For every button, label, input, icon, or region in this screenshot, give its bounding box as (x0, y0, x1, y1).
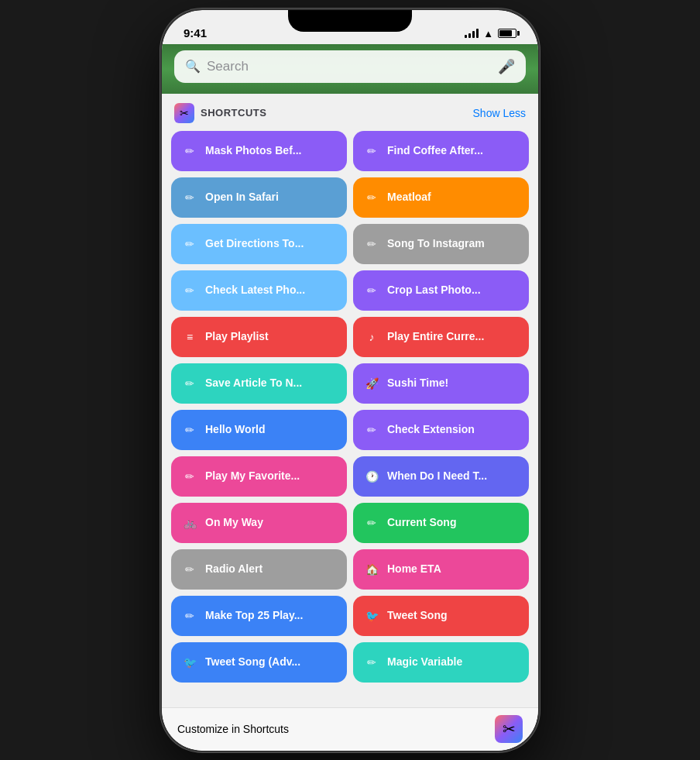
shortcut-icon-22: 🐦 (362, 607, 381, 625)
shortcut-label-16: When Do I Need T... (387, 469, 487, 483)
shortcut-label-6: Song To Instagram (387, 237, 485, 250)
shortcut-label-23: Tweet Song (Adv... (205, 655, 300, 669)
search-bar[interactable]: 🔍 Search 🎤 (174, 50, 526, 83)
show-less-button[interactable]: Show Less (473, 107, 526, 119)
wifi-icon: ▲ (483, 28, 493, 40)
shortcut-label-18: Current Song (387, 516, 456, 529)
shortcut-button-3[interactable]: ✏Open In Safari (171, 177, 347, 218)
battery-icon (498, 29, 516, 38)
shortcut-icon-10: ♪ (362, 328, 381, 346)
shortcut-label-19: Radio Alert (205, 562, 262, 576)
shortcut-icon-3: ✏ (180, 188, 199, 207)
signal-icon (465, 29, 479, 38)
shortcut-button-7[interactable]: ✏Check Latest Pho... (171, 270, 347, 311)
scroll-area[interactable]: ✂ SHORTCUTS Show Less ✏Mask Photos Bef..… (162, 94, 538, 707)
status-time: 9:41 (184, 26, 207, 40)
shortcut-button-9[interactable]: ≡Play Playlist (171, 317, 347, 357)
shortcut-label-21: Make Top 25 Play... (205, 609, 303, 622)
shortcuts-grid: ✏Mask Photos Bef...✏Find Coffee After...… (162, 131, 538, 692)
shortcut-label-3: Open In Safari (205, 191, 279, 204)
shortcut-icon-6: ✏ (362, 235, 381, 253)
shortcut-icon-20: 🏠 (362, 560, 381, 579)
shortcut-button-1[interactable]: ✏Mask Photos Bef... (171, 131, 347, 171)
shortcut-label-12: Sushi Time! (387, 377, 448, 390)
shortcut-icon-8: ✏ (362, 281, 381, 300)
shortcut-icon-2: ✏ (362, 142, 381, 160)
notch (288, 10, 412, 32)
shortcut-icon-16: 🕐 (362, 467, 381, 486)
shortcut-button-2[interactable]: ✏Find Coffee After... (353, 131, 529, 171)
search-input[interactable]: Search (207, 59, 492, 74)
shortcut-label-15: Play My Favorite... (205, 469, 300, 483)
shortcuts-app-icon-header: ✂ (174, 103, 194, 123)
shortcut-icon-12: 🚀 (362, 374, 381, 393)
bottom-bar: Customize in Shortcuts ✂ (162, 707, 538, 751)
shortcut-icon-24: ✏ (362, 653, 381, 672)
shortcut-label-13: Hello World (205, 423, 266, 436)
phone-frame: 9:41 ▲ 🔍 Search 🎤 (160, 9, 540, 752)
shortcut-label-22: Tweet Song (387, 609, 448, 622)
shortcut-label-2: Find Coffee After... (387, 144, 483, 157)
signal-bar-4 (476, 29, 479, 38)
shortcut-button-21[interactable]: ✏Make Top 25 Play... (171, 596, 347, 636)
customize-text: Customize in Shortcuts (177, 723, 289, 735)
section-header: ✂ SHORTCUTS Show Less (162, 94, 538, 131)
shortcut-icon-21: ✏ (180, 607, 199, 625)
shortcut-label-9: Play Playlist (205, 330, 269, 343)
signal-bar-1 (465, 35, 467, 38)
signal-bar-2 (468, 33, 471, 38)
mic-button[interactable]: 🎤 (498, 58, 515, 75)
shortcut-button-17[interactable]: 🚲On My Way (171, 503, 347, 543)
shortcut-label-11: Save Article To N... (205, 377, 302, 390)
search-icon: 🔍 (185, 59, 201, 74)
shortcut-icon-5: ✏ (180, 235, 199, 253)
section-header-left: ✂ SHORTCUTS (174, 103, 266, 123)
shortcut-label-17: On My Way (205, 516, 263, 529)
shortcut-icon-7: ✏ (180, 281, 199, 300)
shortcut-label-1: Mask Photos Bef... (205, 144, 301, 157)
shortcut-button-10[interactable]: ♪Play Entire Curre... (353, 317, 529, 357)
shortcut-icon-17: 🚲 (180, 514, 199, 532)
shortcut-button-14[interactable]: ✏Check Extension (353, 410, 529, 450)
shortcut-button-22[interactable]: 🐦Tweet Song (353, 596, 529, 636)
shortcut-button-23[interactable]: 🐦Tweet Song (Adv... (171, 642, 347, 683)
shortcut-button-4[interactable]: ✏Meatloaf (353, 177, 529, 218)
battery-fill (499, 30, 512, 36)
shortcut-icon-15: ✏ (180, 467, 199, 486)
shortcut-button-24[interactable]: ✏Magic Variable (353, 642, 529, 683)
shortcut-label-8: Crop Last Photo... (387, 284, 481, 297)
shortcut-label-7: Check Latest Pho... (205, 284, 305, 297)
shortcut-button-18[interactable]: ✏Current Song (353, 503, 529, 543)
search-area: 🔍 Search 🎤 (162, 44, 538, 94)
shortcut-button-8[interactable]: ✏Crop Last Photo... (353, 270, 529, 311)
shortcut-icon-1: ✏ (180, 142, 199, 160)
shortcut-icon-11: ✏ (180, 374, 199, 393)
shortcut-button-19[interactable]: ✏Radio Alert (171, 549, 347, 590)
shortcut-button-20[interactable]: 🏠Home ETA (353, 549, 529, 590)
shortcut-button-6[interactable]: ✏Song To Instagram (353, 224, 529, 264)
shortcut-button-15[interactable]: ✏Play My Favorite... (171, 456, 347, 497)
phone-screen: 9:41 ▲ 🔍 Search 🎤 (162, 10, 538, 751)
shortcut-icon-18: ✏ (362, 514, 381, 532)
shortcut-label-20: Home ETA (387, 562, 441, 576)
shortcut-button-11[interactable]: ✏Save Article To N... (171, 363, 347, 404)
shortcut-icon-23: 🐦 (180, 653, 199, 672)
shortcut-button-12[interactable]: 🚀Sushi Time! (353, 363, 529, 404)
shortcut-button-16[interactable]: 🕐When Do I Need T... (353, 456, 529, 497)
shortcut-icon-4: ✏ (362, 188, 381, 207)
shortcut-label-14: Check Extension (387, 423, 475, 436)
section-title: SHORTCUTS (201, 107, 266, 119)
shortcut-label-24: Magic Variable (387, 655, 462, 669)
shortcuts-app-icon-bottom[interactable]: ✂ (495, 715, 523, 743)
shortcut-icon-13: ✏ (180, 421, 199, 439)
shortcut-label-4: Meatloaf (387, 191, 431, 204)
status-icons: ▲ (465, 28, 516, 40)
shortcut-button-13[interactable]: ✏Hello World (171, 410, 347, 450)
shortcut-label-10: Play Entire Curre... (387, 330, 484, 343)
shortcut-icon-9: ≡ (180, 328, 199, 346)
shortcut-button-5[interactable]: ✏Get Directions To... (171, 224, 347, 264)
shortcut-icon-14: ✏ (362, 421, 381, 439)
shortcut-icon-19: ✏ (180, 560, 199, 579)
shortcut-label-5: Get Directions To... (205, 237, 304, 250)
signal-bar-3 (472, 31, 475, 38)
